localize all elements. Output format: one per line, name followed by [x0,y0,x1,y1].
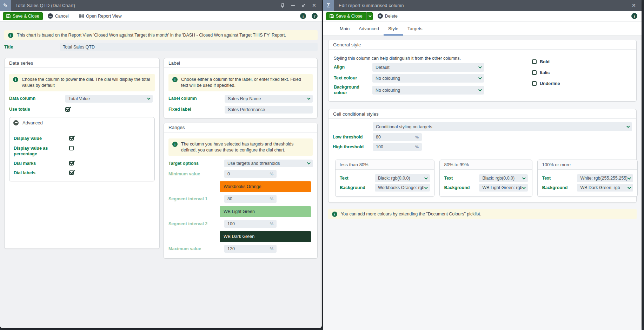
range-color-bar-orange: Workbooks Orange [220,181,311,192]
tab-targets[interactable]: Targets [403,21,427,35]
title-field-row: Title Total Sales QTD [4,43,318,51]
text-colour-row: Text Black: rgb(0,0,0) [340,174,430,182]
info-icon: i [8,33,13,38]
info-icon: i [172,142,178,147]
chevron-down-icon [424,186,428,189]
advanced-section: Advanced Display value Display value as … [9,117,155,181]
edit-column-toolbar: Save & Close Delete i [323,11,642,21]
background-colour-select[interactable]: WB Light Green: rgb [479,184,528,192]
text-colour-row: Text White: rgb(255,255,255) [542,174,633,182]
italic-checkbox[interactable] [532,70,537,75]
save-icon [330,14,334,18]
open-report-view-button[interactable]: Open Report View [77,12,124,20]
range-card-low: less than 80% Text Black: rgb(0,0,0) [335,160,434,197]
chevron-down-icon [307,161,311,164]
minimum-value-row: Minimum value 0 % [168,170,313,178]
maximum-value-input[interactable]: 120 % [224,245,277,253]
data-series-header: Data series [5,58,159,68]
chevron-down-icon [522,176,526,180]
tab-main[interactable]: Main [335,21,354,35]
text-colour-row: Text Black: rgb(0,0,0) [444,174,528,182]
target-options-row: Target options Use targets and threshold… [168,160,313,167]
minimum-value-input[interactable]: 0 % [224,170,277,178]
tab-style[interactable]: Style [384,21,403,35]
label-header: Label [164,58,317,68]
pin-icon[interactable] [280,3,285,8]
dial-marks-checkbox[interactable] [69,161,74,166]
background-colour-row: Background WB Light Green: rgb [444,184,528,192]
label-column-select[interactable]: Sales Rep Name [225,95,313,103]
close-icon[interactable] [631,3,637,8]
bold-checkbox[interactable] [532,59,537,64]
fixed-label-row: Fixed label Sales Performance [168,106,313,114]
ranges-header: Ranges [164,123,317,132]
chevron-down-icon [478,65,482,69]
low-threshold-input[interactable]: 80 % [373,133,422,141]
background-colour-select[interactable]: No colouring [372,86,484,95]
text-colour-select[interactable]: Black: rgb(0,0,0) [375,174,430,182]
range-card-high: 100% or more Text White: rgb(255,255,255… [537,160,638,197]
underline-row: Underline [532,79,560,88]
range-color-bar-dark-green: WB Dark Green [220,231,311,242]
tab-advanced[interactable]: Advanced [354,21,384,35]
info-icon: i [13,77,18,82]
chevron-down-icon [424,176,428,180]
text-colour-select[interactable]: No colouring [372,74,484,83]
chevron-down-icon [147,96,151,100]
save-close-button[interactable]: Save & Close [3,12,43,20]
general-style-header: General style [328,40,636,50]
data-series-info: i Choose the column to power the dial. T… [9,74,155,91]
display-value-checkbox[interactable] [69,136,74,141]
fixed-label-input[interactable]: Sales Performance [225,106,313,114]
use-totals-row: Use totals [9,107,155,112]
close-icon[interactable] [311,3,317,8]
text-colour-select[interactable]: Black: rgb(0,0,0) [479,174,528,182]
background-colour-select[interactable]: Workbooks Orange: rgb [375,184,430,192]
general-style-description: Styling this column can help distinguish… [334,56,484,61]
info-icon: i [332,212,337,217]
label-column-row: Label column Sales Rep Name [168,95,313,103]
sigma-icon: Σ [323,0,334,11]
cancel-icon [48,13,53,19]
high-threshold-input[interactable]: 100 % [373,143,422,151]
maximize-icon[interactable] [301,3,306,8]
edit-column-window: Σ Edit report summarised column Save & C… [323,0,642,327]
data-column-select[interactable]: Total Value [65,95,153,103]
delete-button[interactable]: Delete [376,12,400,20]
save-close-button[interactable]: Save & Close [326,12,366,20]
conditional-mode-select[interactable]: Conditional styling on targets [373,122,632,131]
title-input[interactable]: Total Sales QTD [60,43,318,51]
cell-conditional-panel: Cell conditional styles Conditional styl… [328,109,637,203]
display-value-percentage-checkbox[interactable] [69,146,74,150]
label-info: i Choose either a column for the label, … [168,74,313,91]
style-tab-content: General style Styling this column can he… [323,40,642,330]
advanced-header: Advanced [22,120,43,125]
text-colour-select[interactable]: White: rgb(255,255,255) [577,174,633,182]
dial-labels-checkbox[interactable] [69,170,74,175]
underline-checkbox[interactable] [532,81,537,86]
segment-interval-1-input[interactable]: 80 % [224,195,277,203]
align-select[interactable]: Default [372,63,484,72]
minimize-icon[interactable] [290,3,296,8]
background-colour-row: Background Workbooks Orange: rgb [340,184,430,192]
target-options-select[interactable]: Use targets and thresholds [224,160,313,167]
bold-row: Bold [532,57,560,66]
info-icon[interactable]: i [631,13,637,19]
label-panel: Label i Choose either a column for the l… [164,58,318,118]
background-colour-select[interactable]: WB Dark Green: rgb [577,184,633,192]
collapse-icon[interactable] [13,120,19,125]
window-title: Edit report summarised column [339,3,404,8]
save-options-caret[interactable] [366,12,373,20]
delete-icon [378,13,383,19]
segment-interval-2-input[interactable]: 100 % [224,220,277,228]
ranges-panel: Ranges i The column you have selected ha… [164,123,318,259]
data-column-row: Data column Total Value [9,95,155,103]
display-value-percentage-row: Display value as percentage [14,145,119,157]
report-info-banner: i This chart is based on the Report View… [4,30,318,40]
chevron-down-icon [478,88,482,91]
use-totals-checkbox[interactable] [65,107,70,112]
help-icon[interactable]: ? [312,13,318,19]
info-icon[interactable]: i [300,13,306,19]
table-grid-icon [79,14,84,18]
cancel-button[interactable]: Cancel [46,12,71,20]
